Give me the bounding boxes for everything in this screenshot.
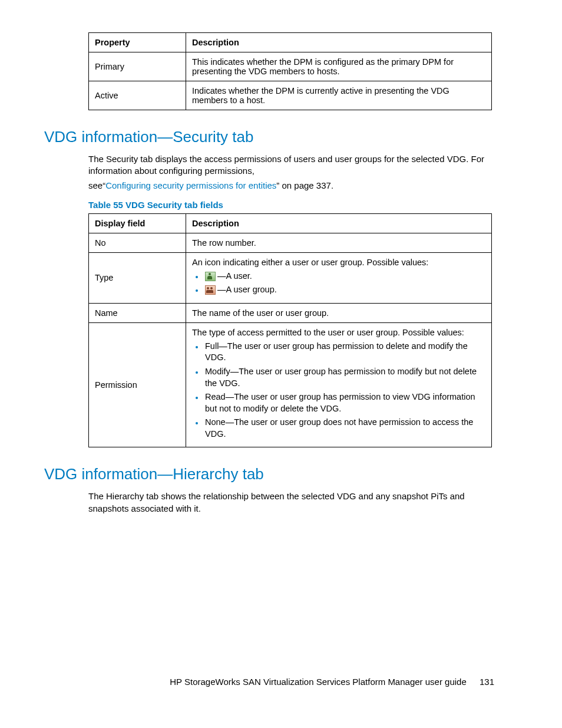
hierarchy-tab-heading: VDG information—Hierarchy tab (44, 465, 494, 483)
property-cell: Active (89, 81, 186, 110)
security-intro-2: see“Configuring security permissions for… (88, 180, 494, 192)
list-item: Full—The user or user group has permissi… (204, 341, 485, 364)
user-icon (205, 272, 216, 281)
hierarchy-text: The Hierarchy tab shows the relationship… (88, 490, 494, 515)
page-footer: HP StorageWorks SAN Virtualization Servi… (170, 677, 494, 687)
table-row: Permission The type of access permitted … (89, 322, 492, 447)
col-header-property: Property (89, 33, 186, 52)
table-row: Primary This indicates whether the DPM i… (89, 52, 492, 81)
field-cell: No (89, 233, 186, 252)
desc-cell: An icon indicating either a user or user… (186, 252, 492, 303)
property-cell: Primary (89, 52, 186, 81)
user-group-icon (205, 285, 216, 295)
list-item: —A user group. (204, 284, 485, 296)
user-label: —A user. (217, 271, 252, 281)
table-caption: Table 55 VDG Security tab fields (88, 200, 494, 210)
list-item: Modify—The user or user group has permis… (204, 366, 485, 389)
perm-intro: The type of access permitted to the user… (192, 328, 464, 337)
desc-cell: The row number. (186, 233, 492, 252)
group-label: —A user group. (217, 285, 277, 294)
table-row: Type An icon indicating either a user or… (89, 252, 492, 303)
footer-title: HP StorageWorks SAN Virtualization Servi… (170, 677, 467, 687)
type-intro: An icon indicating either a user or user… (192, 258, 428, 267)
description-cell: Indicates whether the DPM is currently a… (186, 81, 492, 110)
see-label: see (88, 180, 103, 190)
list-item: None—The user or user group does not hav… (204, 417, 485, 440)
list-item: Read—The user or user group has permissi… (204, 391, 485, 414)
table-row: Name The name of the user or user group. (89, 303, 492, 322)
field-cell: Type (89, 252, 186, 303)
config-permissions-link[interactable]: Configuring security permissions for ent… (105, 180, 276, 190)
desc-cell: The name of the user or user group. (186, 303, 492, 322)
table-row: Active Indicates whether the DPM is curr… (89, 81, 492, 110)
security-intro-1: The Security tab displays the access per… (88, 153, 494, 177)
col-header-description: Description (186, 213, 492, 233)
property-table: Property Description Primary This indica… (88, 32, 492, 110)
field-cell: Name (89, 303, 186, 322)
col-header-description: Description (186, 33, 492, 52)
page-ref: on page 337. (279, 180, 333, 190)
security-tab-heading: VDG information—Security tab (44, 128, 494, 146)
page-number: 131 (480, 677, 494, 687)
description-cell: This indicates whether the DPM is config… (186, 52, 492, 81)
security-table: Display field Description No The row num… (88, 213, 492, 448)
col-header-display-field: Display field (89, 213, 186, 233)
field-cell: Permission (89, 322, 186, 447)
desc-cell: The type of access permitted to the user… (186, 322, 492, 447)
table-row: No The row number. (89, 233, 492, 252)
list-item: —A user. (204, 271, 485, 282)
